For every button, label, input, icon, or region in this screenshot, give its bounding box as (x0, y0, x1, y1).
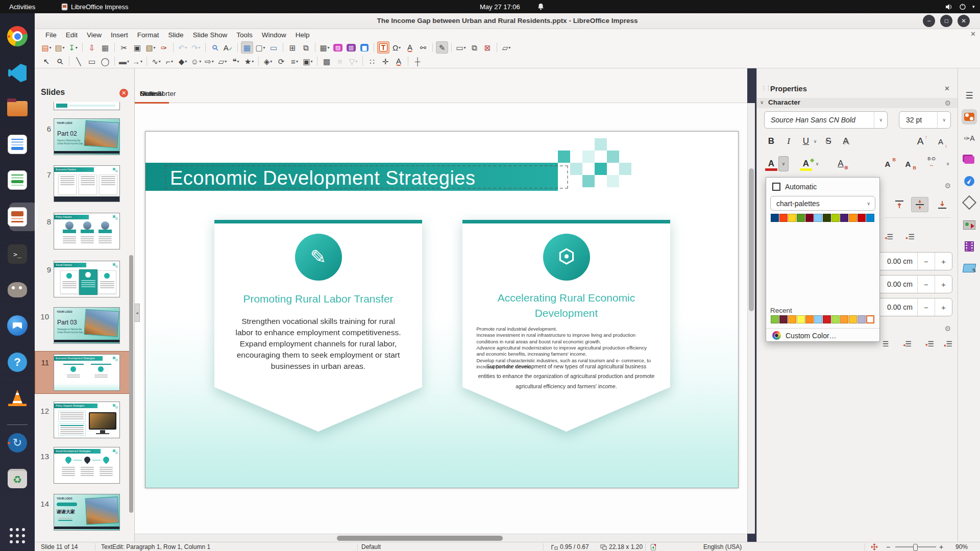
color-swatch[interactable] (840, 315, 848, 323)
color-swatch[interactable] (866, 214, 874, 222)
minus-button[interactable]: − (917, 253, 935, 270)
move-down-icon[interactable]: ▾☰ (925, 340, 934, 348)
separator[interactable] (432, 43, 433, 52)
color-swatch[interactable] (814, 315, 822, 323)
gear-icon[interactable]: ⚙ (944, 99, 951, 107)
horizontal-scrollbar[interactable] (135, 534, 747, 542)
insert-media[interactable]: ▥ (345, 41, 357, 54)
flowchart[interactable]: ▱▾ (216, 55, 229, 67)
highlight-caret-icon[interactable]: ∨ (813, 156, 821, 171)
star-shapes[interactable]: ★▾ (243, 55, 255, 67)
ellipse[interactable]: ◯ (99, 55, 111, 67)
font-name-combo[interactable]: Source Han Sans CN Bold ∨ (764, 111, 888, 129)
color-swatch[interactable] (857, 315, 866, 323)
helplines[interactable]: ┼ (411, 55, 424, 67)
separator[interactable] (82, 43, 83, 52)
scrollbar-thumb[interactable] (337, 536, 503, 541)
separator[interactable] (69, 57, 69, 66)
plus-button[interactable]: + (935, 276, 952, 293)
zoom-level[interactable]: 90% (955, 542, 968, 551)
direction-caret-icon[interactable]: ∨ (944, 156, 952, 171)
underline-caret-icon[interactable]: ∨ (811, 134, 819, 149)
shadow[interactable]: ▩ (321, 55, 333, 67)
grow-font-button[interactable]: A↑ (913, 134, 927, 149)
color-swatch[interactable] (771, 315, 779, 323)
menu-item[interactable]: View (82, 30, 106, 40)
zoom-slider[interactable] (895, 546, 936, 547)
chevron-down-icon[interactable]: ∨ (937, 112, 950, 128)
filter[interactable]: ▽▾ (347, 55, 359, 67)
master-slide[interactable]: ▭ (267, 41, 280, 54)
connector[interactable]: ⌐▾ (163, 55, 176, 67)
paste[interactable]: ▧▾ (144, 41, 157, 54)
slides-panel-scrollbar[interactable] (129, 255, 133, 513)
show-draw-functions[interactable]: ✎ (436, 41, 448, 54)
menu-item[interactable]: Window (257, 30, 291, 40)
color-swatch[interactable] (805, 315, 814, 323)
window-titlebar[interactable]: The Income Gap between Urban and Rural R… (35, 13, 980, 29)
separator[interactable] (283, 43, 283, 52)
tab-shapes[interactable] (962, 195, 977, 210)
block-arrows[interactable]: ⇨▾ (203, 55, 215, 67)
text-direction-button[interactable]: B-D↔ (921, 154, 942, 169)
separator[interactable] (451, 43, 452, 52)
color-swatch[interactable] (866, 315, 874, 323)
slide-layout[interactable]: ▱▾ (500, 41, 512, 54)
dock-trash[interactable]: ♻ (6, 467, 29, 490)
color-swatch[interactable] (814, 214, 822, 222)
view-tab[interactable]: Slide Sorter (135, 87, 181, 102)
separator[interactable] (362, 57, 363, 66)
slide-thumbnail-9[interactable]: Social Factors (54, 261, 120, 297)
menu-item[interactable]: Slide Show (188, 30, 232, 40)
duplicate-page[interactable]: ⧉ (468, 41, 480, 54)
dock-thunderbird[interactable] (6, 314, 29, 337)
card-labor-transfer[interactable]: ✎ Promoting Rural Labor Transfer Strengt… (214, 220, 422, 432)
superscript-button[interactable]: AB (880, 156, 895, 171)
sidebar-menu-icon[interactable]: ☰ (962, 88, 977, 103)
curve[interactable]: ∿▾ (150, 55, 162, 67)
panel-collapse-handle[interactable]: ◂ (134, 304, 140, 322)
rectangle[interactable]: ▭ (86, 55, 98, 67)
tab-styles[interactable]: ✑A (962, 131, 977, 146)
color-swatch[interactable] (805, 214, 814, 222)
shadow-button[interactable]: A (839, 134, 853, 149)
print[interactable]: ▦ (99, 41, 111, 54)
indent-increase-icon[interactable]: ▸☰ (906, 233, 915, 241)
separator[interactable] (173, 43, 174, 52)
duplicate-slide[interactable]: ⧉ (300, 41, 312, 54)
menu-item[interactable]: Format (133, 30, 164, 40)
collapse-icon[interactable]: ∨ (760, 99, 764, 105)
align-top-button[interactable] (891, 197, 908, 212)
insert-textbox[interactable]: T (377, 41, 389, 54)
undo[interactable]: ↶▾ (177, 41, 189, 54)
color-swatch[interactable] (771, 214, 779, 222)
open-file[interactable]: ▨▾ (54, 41, 66, 54)
scrollbar-thumb[interactable] (749, 168, 754, 311)
object-size-status[interactable]: 22.18 x 1.20 (600, 542, 643, 551)
plus-button[interactable]: + (935, 253, 952, 270)
minimize-button[interactable]: − (923, 15, 935, 27)
slide-thumbnail-10[interactable]: YOUR LOGO Part 03 Strategies to Narrow t… (54, 307, 120, 344)
color-swatch[interactable] (849, 214, 857, 222)
align-objects[interactable]: ≡▾ (288, 55, 301, 67)
chevron-down-icon[interactable]: ∨ (874, 112, 887, 128)
symbol-shapes[interactable]: ☺▾ (190, 55, 202, 67)
tab-properties[interactable] (962, 109, 977, 124)
arrange[interactable]: ▣▾ (302, 55, 314, 67)
color-swatch[interactable] (779, 315, 788, 323)
color-swatch[interactable] (797, 214, 805, 222)
fontwork-gallery[interactable]: A (393, 55, 405, 67)
zoom-slider-thumb[interactable] (913, 544, 918, 551)
close-button[interactable]: ✕ (958, 15, 970, 27)
clock[interactable]: May 27 17:06 (480, 0, 520, 13)
menu-item[interactable]: Insert (106, 30, 133, 40)
minus-button[interactable]: − (917, 276, 935, 293)
demote-icon[interactable]: ◂☰ (903, 340, 912, 348)
new-presentation[interactable]: ▤▾ (40, 41, 53, 54)
separator[interactable] (237, 43, 238, 52)
color-swatch[interactable] (823, 214, 831, 222)
color-swatch[interactable] (831, 214, 840, 222)
minus-button[interactable]: − (917, 298, 935, 316)
indent-decrease-icon[interactable]: ◂☰ (885, 233, 893, 241)
color-swatch[interactable] (831, 315, 840, 323)
